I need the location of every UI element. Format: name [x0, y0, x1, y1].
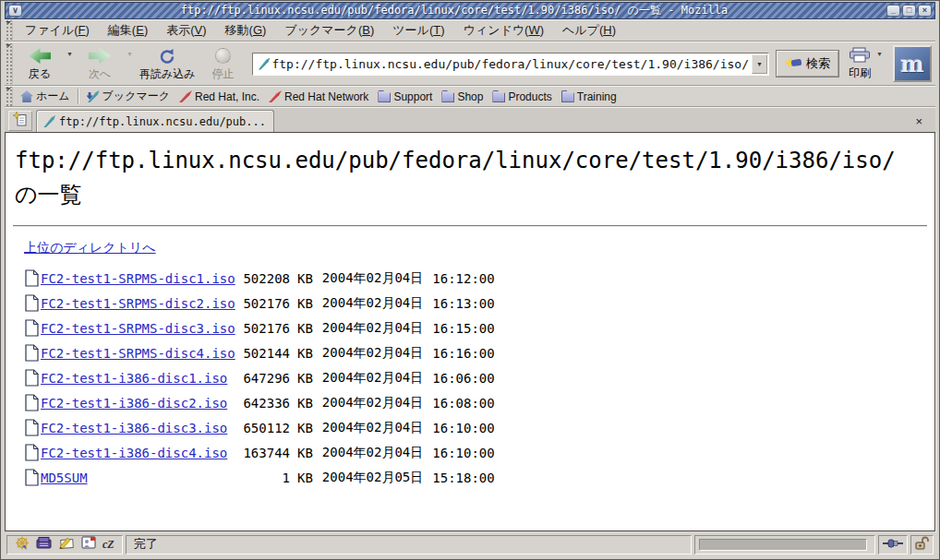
- file-link[interactable]: FC2-test1-SRPMS-disc4.iso: [41, 346, 238, 361]
- tab-label: ftp://ftp.linux.ncsu.edu/pub...: [59, 115, 266, 128]
- file-size-unit: KB: [297, 446, 313, 460]
- file-link[interactable]: FC2-test1-SRPMS-disc1.iso: [41, 271, 238, 286]
- menu-item[interactable]: ブックマーク(B): [275, 19, 383, 42]
- file-time: 16:10:00: [432, 446, 494, 460]
- folder-icon: [561, 90, 574, 102]
- chevron-down-icon: ▼: [756, 61, 763, 67]
- back-dropdown[interactable]: ▼: [64, 51, 76, 57]
- folder-icon: [441, 90, 454, 102]
- file-size-unit: KB: [297, 321, 313, 336]
- search-button[interactable]: 検索: [777, 51, 838, 77]
- printer-icon: [849, 47, 871, 66]
- file-icon: [25, 344, 39, 362]
- print-dropdown[interactable]: ▼: [874, 51, 886, 57]
- print-label: 印刷: [849, 66, 871, 81]
- reload-button[interactable]: 再読み込み: [136, 43, 199, 84]
- file-size-unit: KB: [297, 271, 313, 286]
- bookmark-folder-support[interactable]: Support: [373, 89, 437, 104]
- url-history-dropdown[interactable]: ▼: [752, 54, 767, 74]
- chatzilla-icon[interactable]: cZ: [102, 538, 114, 552]
- file-row: FC2-test1-i386-disc1.iso 647296 KB 2004年…: [25, 365, 927, 390]
- home-icon: [20, 90, 33, 102]
- minimize-icon: _: [891, 6, 896, 15]
- menu-item[interactable]: ウィンドウ(W): [454, 19, 553, 42]
- navigator-icon[interactable]: [15, 536, 30, 554]
- title-bar: ∨ ftp://ftp.linux.ncsu.edu/pub/fedora/li…: [5, 2, 935, 19]
- maximize-button[interactable]: □: [902, 5, 916, 17]
- minimize-button[interactable]: _: [886, 5, 900, 17]
- forward-button[interactable]: 次へ: [76, 43, 124, 84]
- home-button[interactable]: ホーム: [16, 88, 75, 105]
- menu-item[interactable]: 表示(V): [157, 19, 215, 42]
- toolbar-grippy[interactable]: [5, 87, 13, 106]
- file-date: 2004年02月04日: [322, 320, 423, 337]
- bookmark-label: Shop: [457, 90, 483, 103]
- forward-dropdown[interactable]: ▼: [124, 51, 136, 57]
- window-menu-icon: ∨: [12, 6, 18, 15]
- print-button[interactable]: 印刷: [846, 43, 874, 84]
- page-proxy-icon[interactable]: [257, 58, 270, 70]
- window-menu-button[interactable]: ∨: [8, 5, 22, 17]
- folder-icon: [492, 90, 505, 102]
- file-icon: [25, 394, 39, 411]
- unlocked-padlock-icon: [915, 536, 929, 554]
- toolbar-grippy[interactable]: [5, 20, 13, 41]
- file-link[interactable]: FC2-test1-i386-disc4.iso: [41, 446, 238, 460]
- file-time: 15:18:00: [432, 471, 494, 485]
- bookmark-label: Training: [577, 90, 617, 103]
- file-date: 2004年02月04日: [322, 295, 423, 312]
- parent-directory-link[interactable]: 上位のディレクトリへ: [24, 240, 156, 256]
- composer-icon[interactable]: [58, 536, 75, 553]
- bookmark-folder-training[interactable]: Training: [557, 89, 621, 104]
- address-book-icon[interactable]: [81, 536, 96, 553]
- file-size-unit: KB: [297, 371, 313, 386]
- file-size: 502176: [238, 321, 290, 336]
- file-link[interactable]: FC2-test1-i386-disc2.iso: [41, 396, 238, 411]
- file-link[interactable]: MD5SUM: [41, 471, 238, 485]
- file-date: 2004年02月04日: [322, 395, 423, 411]
- file-link[interactable]: FC2-test1-SRPMS-disc3.iso: [41, 321, 238, 336]
- file-size: 163744: [238, 446, 290, 460]
- menu-item[interactable]: 編集(E): [99, 19, 157, 42]
- back-label: 戻る: [29, 66, 51, 82]
- new-tab-button[interactable]: [8, 111, 32, 131]
- url-input[interactable]: [270, 57, 751, 71]
- file-link[interactable]: FC2-test1-i386-disc3.iso: [41, 421, 238, 435]
- menu-items: ファイル(F)編集(E)表示(V)移動(G)ブックマーク(B)ツール(T)ウィン…: [16, 19, 625, 42]
- file-size: 502176: [238, 296, 290, 311]
- mozilla-m-icon: m: [900, 51, 923, 77]
- bookmarks-label: ブックマーク: [102, 89, 170, 104]
- bookmark-folder-shop[interactable]: Shop: [437, 89, 488, 104]
- stop-button[interactable]: 停止: [199, 43, 247, 84]
- file-size: 650112: [238, 421, 290, 435]
- close-button[interactable]: ×: [918, 5, 932, 17]
- file-icon: [25, 419, 39, 436]
- mozilla-logo-button[interactable]: m: [893, 45, 932, 82]
- bookmark-redhat-network[interactable]: Red Hat Network: [264, 89, 373, 104]
- menu-item[interactable]: ファイル(F): [16, 19, 99, 42]
- file-link[interactable]: FC2-test1-i386-disc1.iso: [41, 371, 238, 386]
- file-size-unit: KB: [297, 396, 313, 411]
- security-button[interactable]: [910, 535, 934, 554]
- close-tab-button[interactable]: ×: [915, 114, 932, 132]
- bookmark-redhat-inc[interactable]: Red Hat, Inc.: [175, 89, 264, 104]
- mail-icon[interactable]: [36, 536, 52, 553]
- plug-icon: [883, 536, 903, 553]
- red-hat-icon: [269, 90, 282, 102]
- menu-item[interactable]: 移動(G): [216, 19, 276, 42]
- back-button[interactable]: 戻る: [16, 43, 64, 84]
- tab-active[interactable]: ftp://ftp.linux.ncsu.edu/pub...: [36, 110, 274, 132]
- file-time: 16:15:00: [432, 321, 494, 336]
- toolbar-grippy[interactable]: [5, 43, 13, 84]
- bookmark-folder-products[interactable]: Products: [488, 89, 556, 104]
- menu-item[interactable]: ヘルプ(H): [553, 19, 625, 42]
- progress-segment: [694, 535, 875, 554]
- bookmarks-button[interactable]: ブックマーク: [82, 88, 175, 105]
- heading-divider: [13, 225, 927, 227]
- progress-bar: [699, 539, 867, 551]
- menu-item[interactable]: ツール(T): [383, 19, 453, 42]
- online-status-button[interactable]: [878, 535, 908, 554]
- file-link[interactable]: FC2-test1-SRPMS-disc2.iso: [41, 296, 238, 311]
- file-size: 642336: [238, 396, 290, 411]
- flashlight-icon: [785, 56, 803, 72]
